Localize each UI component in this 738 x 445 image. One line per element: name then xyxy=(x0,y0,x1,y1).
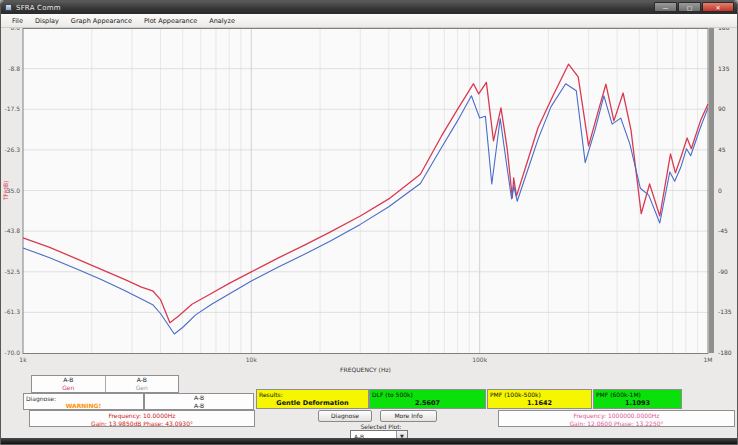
legend-source-label: Gen xyxy=(106,384,179,392)
plot-pair-top: A-B xyxy=(145,394,253,402)
selected-plot-label: Selected Plot: xyxy=(321,423,441,430)
app-window: SFRA Comm — ▢ ✕ File Display Graph Appea… xyxy=(0,0,738,445)
results-box: Results: Gentle Deformation xyxy=(256,389,369,409)
y-axis-tick-label-left: -8.8 xyxy=(8,65,20,72)
y-axis-tick-label-left: -52.5 xyxy=(4,268,20,275)
cursor-readout-left: Frequency: 10.0000Hz Gain: 13.9850dB Pha… xyxy=(29,410,255,427)
y-axis-tick-label-left: -26.3 xyxy=(4,146,20,153)
y-axis-tick-label-right: -135 xyxy=(718,308,732,315)
x-axis-title: FREQUENCY (Hz) xyxy=(340,366,391,373)
menu-file[interactable]: File xyxy=(6,15,29,27)
menu-analyze[interactable]: Analyze xyxy=(203,15,241,27)
plot-right-bar xyxy=(709,28,714,353)
frequency-response-plot[interactable]: 0.0-8.8-17.5-26.3-35.0-43.8-52.5-61.3-70… xyxy=(1,28,738,376)
y-axis-tick-label-right: -90 xyxy=(718,268,728,275)
warning-status: WARNING! xyxy=(24,402,143,409)
y-axis-tick-label-left: -61.3 xyxy=(4,308,20,315)
cursor-left-gain-phase: Gain: 13.9850dB Phase: 43.0930° xyxy=(30,420,254,428)
dlf-label: DLF (to 500k) xyxy=(372,391,413,398)
legend-cell-2: A-B Gen xyxy=(105,376,179,392)
title-bar[interactable]: SFRA Comm — ▢ ✕ xyxy=(1,1,737,14)
y-axis-tick-label-left: 0.0 xyxy=(10,28,20,31)
diagnose-button[interactable]: Diagnose xyxy=(318,410,372,422)
x-axis-tick-label: 1M xyxy=(704,356,713,363)
bottom-panel: A-B Gen A-B Gen Diagnose: WARNING! A-B A… xyxy=(1,373,738,440)
cursor-left-frequency: Frequency: 10.0000Hz xyxy=(30,412,254,420)
pmf1-label: PMF (100k-500k) xyxy=(490,391,541,398)
legend-cell-1: A-B Gen xyxy=(32,376,105,392)
y-axis-tick-label-right: -180 xyxy=(718,349,732,356)
plot-pair-box: A-B A-B xyxy=(144,393,254,410)
y-axis-tick-label-right: 90 xyxy=(718,105,726,112)
cursor-right-frequency: Frequency: 1000000.0000Hz xyxy=(499,412,734,420)
menu-plot-appearance[interactable]: Plot Appearance xyxy=(138,15,203,27)
x-axis-tick-label: 1k xyxy=(19,356,27,363)
maximize-button[interactable]: ▢ xyxy=(678,2,701,12)
y-axis-tick-label-right: 180 xyxy=(718,28,730,31)
trace-legend: A-B Gen A-B Gen xyxy=(31,375,179,393)
menu-graph-appearance[interactable]: Graph Appearance xyxy=(65,15,138,27)
y-axis-title: TF(dB) xyxy=(2,181,9,202)
dlf-value: 2.5607 xyxy=(370,399,485,407)
window-bottom-edge xyxy=(1,438,737,444)
pmf-600k-1m-box: PMF (600k-1M) 1.1093 xyxy=(593,389,682,409)
more-info-button[interactable]: More Info xyxy=(380,410,437,422)
plot-pair-bottom: A-B xyxy=(145,402,253,410)
window-title: SFRA Comm xyxy=(16,4,61,12)
minimize-button[interactable]: — xyxy=(654,2,677,12)
results-value: Gentle Deformation xyxy=(257,399,368,407)
pmf-100k-500k-box: PMF (100k-500k) 1.1642 xyxy=(487,389,592,409)
results-label: Results: xyxy=(259,391,283,398)
y-axis-tick-label-left: -17.5 xyxy=(4,105,20,112)
legend-trace-name: A-B xyxy=(32,376,105,384)
cursor-readout-right: Frequency: 1000000.0000Hz Gain: 12.0600 … xyxy=(498,410,735,427)
menu-bar: File Display Graph Appearance Plot Appea… xyxy=(1,14,737,28)
chart-canvas[interactable]: 0.0-8.8-17.5-26.3-35.0-43.8-52.5-61.3-70… xyxy=(1,28,738,376)
cursor-right-gain-phase: Gain: 12.0600 Phase: 13.2250° xyxy=(499,420,734,428)
legend-source-label: Gen xyxy=(32,384,105,392)
y-axis-tick-label-right: -45 xyxy=(718,227,728,234)
app-icon xyxy=(5,4,12,11)
y-axis-tick-label-right: 135 xyxy=(718,65,730,72)
y-axis-tick-label-right: 45 xyxy=(718,146,726,153)
close-button[interactable]: ✕ xyxy=(702,2,734,12)
x-axis-tick-label: 100k xyxy=(472,356,487,363)
legend-trace-name: A-B xyxy=(106,376,179,384)
diagnose-label: Diagnose: xyxy=(26,395,56,402)
y-axis-tick-label-left: -43.8 xyxy=(4,227,20,234)
pmf2-value: 1.1093 xyxy=(594,399,681,407)
y-axis-tick-label-right: 0 xyxy=(718,187,722,194)
pmf1-value: 1.1642 xyxy=(488,399,591,407)
pmf2-label: PMF (600k-1M) xyxy=(596,391,641,398)
menu-display[interactable]: Display xyxy=(29,15,65,27)
y-axis-tick-label-left: -70.0 xyxy=(4,349,20,356)
diagnose-status-box: Diagnose: WARNING! xyxy=(23,393,144,410)
x-axis-tick-label: 10k xyxy=(246,356,258,363)
dlf-box: DLF (to 500k) 2.5607 xyxy=(369,389,486,409)
